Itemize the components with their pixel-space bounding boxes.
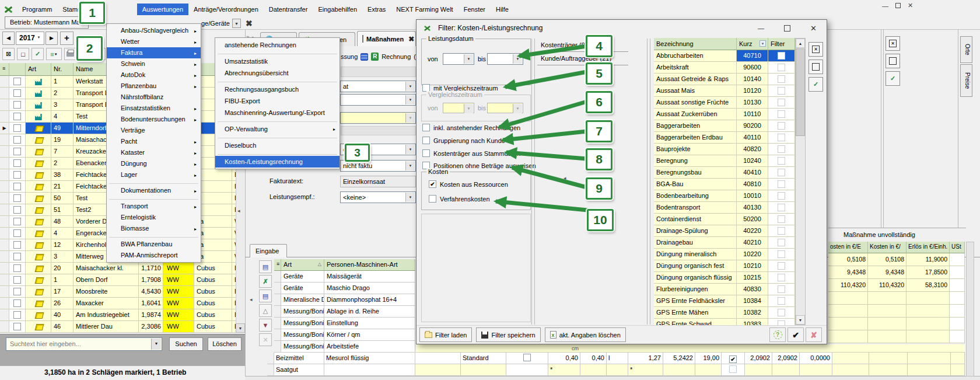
col-kosten-einh[interactable]: osten in €/E (828, 242, 868, 253)
kostentraeger-stammdaten-checkbox[interactable]: Kostenträger aus Stammdaten (422, 149, 520, 157)
menu-item[interactable]: Rechnungsausgangsbuch (215, 83, 340, 95)
row-checkbox-cell[interactable] (9, 193, 26, 204)
table-row[interactable]: GPS Ernte Mähen 10382 (654, 307, 795, 319)
move-down-icon[interactable]: ▼ (259, 319, 272, 332)
print-icon[interactable] (64, 48, 76, 60)
table-row[interactable]: Bodenbearbeitung 10010 (654, 190, 795, 202)
verfahrenskosten-checkbox[interactable]: Verfahrenskosten (429, 195, 490, 203)
row-checkbox-cell[interactable] (9, 263, 26, 274)
row-checkbox-cell[interactable] (9, 99, 26, 111)
menu-item[interactable] (109, 197, 198, 200)
menu-item[interactable]: Maschinenring-Auswertung/-Export (215, 107, 340, 118)
filter-cell[interactable] (768, 120, 795, 132)
table-row[interactable]: Geräte Maissägerät (274, 271, 415, 283)
row-checkbox-cell[interactable] (9, 158, 26, 169)
tab-eingabe[interactable]: Eingabe (250, 244, 287, 257)
fakturastatus-field[interactable]: nicht faktu▼ (340, 160, 416, 172)
select-none-icon[interactable] (808, 60, 823, 74)
dialog-maximize-icon[interactable] (774, 20, 800, 36)
table-row-beizmittel[interactable]: Beizmittel Mesurol flüssig Standard 0,40… (267, 353, 965, 364)
table-row[interactable]: Aussaat Getreide & Raps 10140 (654, 74, 795, 85)
save-all-icon[interactable] (360, 53, 368, 61)
delete-row-icon[interactable]: ✗ (259, 275, 272, 288)
menu-item[interactable]: Abrechnungsübersicht (215, 67, 340, 79)
col-art[interactable]: Art (26, 63, 51, 76)
collapse-left-icon[interactable]: ◂ (564, 175, 566, 181)
table-row[interactable] (828, 318, 965, 330)
menu-item[interactable]: Kataster▸ (107, 147, 201, 158)
filter-cell[interactable] (768, 50, 795, 62)
table-row[interactable]: GPS Ernte Feldhäcksler 10384 (654, 295, 795, 307)
table-row[interactable]: Aussaat sonstige Früchte 10130 (654, 97, 795, 109)
menu-item[interactable]: Nährstoffbilanz (107, 92, 201, 103)
col-filter[interactable]: Filter (768, 38, 795, 50)
add-row-icon[interactable]: ▤ (259, 290, 272, 302)
filter-laden-button[interactable]: Filter laden (419, 327, 472, 342)
cancel-button[interactable]: ✘ (806, 327, 822, 342)
col-kurz[interactable]: Kurz▼ (737, 38, 768, 50)
col-ust[interactable]: USt (950, 242, 965, 253)
menu-item[interactable]: Biomasse▸ (107, 223, 201, 234)
menu-item[interactable] (218, 136, 337, 138)
menu-item[interactable]: Anbau-/Schlagvergleich▸ (107, 25, 201, 36)
table-row[interactable]: Mineralische Düngemitt Diammonphosphat 1… (274, 294, 415, 306)
table-row[interactable]: Düngung mineralisch 10220 (654, 249, 795, 260)
menu-item[interactable]: Erntelogistik (107, 212, 201, 223)
row-checkbox-cell[interactable] (9, 111, 26, 123)
menubar-item[interactable]: Extras (362, 4, 391, 15)
chevron-down-icon[interactable]: ▼ (232, 19, 241, 28)
menu-item[interactable] (218, 120, 337, 122)
menu-item[interactable]: Dokumentationen▸ (107, 185, 201, 196)
menu-item[interactable]: Düngung▸ (107, 158, 201, 169)
table-row[interactable]: Geräte Maschio Drago (274, 283, 415, 294)
filter-cell[interactable] (768, 202, 795, 214)
close-tab-icon[interactable]: ✖ (408, 35, 414, 43)
table-row[interactable]: Beregnung 10240 (654, 155, 795, 167)
row-checkbox-cell[interactable] (9, 169, 26, 181)
menubar-item[interactable]: Hilfe (491, 4, 514, 15)
row-checkbox-cell[interactable] (9, 146, 26, 158)
table-row[interactable]: 46 Mittlerer Dau 2,3086 WW Cubus Ba (0, 321, 244, 333)
row-checkbox-cell[interactable] (9, 123, 26, 134)
menubar-item[interactable]: Fenster (459, 4, 491, 15)
scroll-up-icon[interactable]: ▲ (796, 39, 805, 48)
filter-cell[interactable] (768, 155, 795, 167)
row-checkbox-cell[interactable] (9, 251, 26, 263)
kostentraeger-list-header[interactable]: Kostenträger (9) (537, 39, 628, 52)
table-row[interactable]: Drainage-Spülung 40220 (654, 225, 795, 237)
col-bezeichnung[interactable]: Bezeichnung (654, 38, 737, 50)
menubar-item[interactable]: Programm (17, 4, 57, 15)
filter-cell[interactable] (768, 179, 795, 190)
table-row[interactable]: Messung/Bonitur Arbeitstiefe (274, 341, 415, 353)
menu-item[interactable]: Verträge (107, 125, 201, 136)
minimize-icon[interactable]: — (882, 2, 888, 9)
filter-cell[interactable] (768, 144, 795, 155)
row-checkbox-cell[interactable] (9, 181, 26, 193)
year-next-button[interactable]: ▶ (46, 32, 58, 45)
checkbox-checked[interactable]: ✔ (729, 355, 737, 363)
col-erloes[interactable]: Erlös in €/Einh. (907, 242, 950, 253)
insert-row-icon[interactable]: ▤ (259, 260, 272, 273)
dialog-close-icon[interactable]: ✕ (800, 20, 827, 36)
filter-cell[interactable] (768, 74, 795, 85)
table-row[interactable]: Flurbereinigungen 40830 (654, 284, 795, 295)
filter-cell[interactable] (768, 62, 795, 74)
filter-cell[interactable] (768, 214, 795, 225)
row-checkbox-cell[interactable] (9, 239, 26, 251)
table-row[interactable]: 110,4320 110,4320 58,3100 (828, 279, 965, 292)
chevron-down-icon[interactable]: ▼ (405, 82, 415, 91)
kosten-ressourcen-checkbox[interactable]: ✔Kosten aus Ressourcen (429, 180, 508, 188)
row-checkbox-cell[interactable] (9, 298, 26, 309)
table-row[interactable]: Beregnungsbau 40410 (654, 167, 795, 179)
row-checkbox-cell[interactable] (9, 321, 26, 333)
menu-item[interactable] (218, 52, 337, 54)
search-input[interactable]: Suchtext hier eingeben... ▼ (6, 337, 162, 351)
filter-cell[interactable] (768, 109, 795, 120)
select-marked-icon[interactable]: ✓ (32, 48, 44, 60)
menu-item[interactable]: Faktura▸ (107, 47, 201, 58)
row-checkbox-cell[interactable] (9, 76, 26, 88)
menu-item[interactable] (109, 235, 198, 238)
ok-button[interactable]: ✔ (788, 327, 804, 342)
scroll-thumb[interactable] (796, 48, 805, 136)
filter-cell[interactable] (768, 85, 795, 97)
